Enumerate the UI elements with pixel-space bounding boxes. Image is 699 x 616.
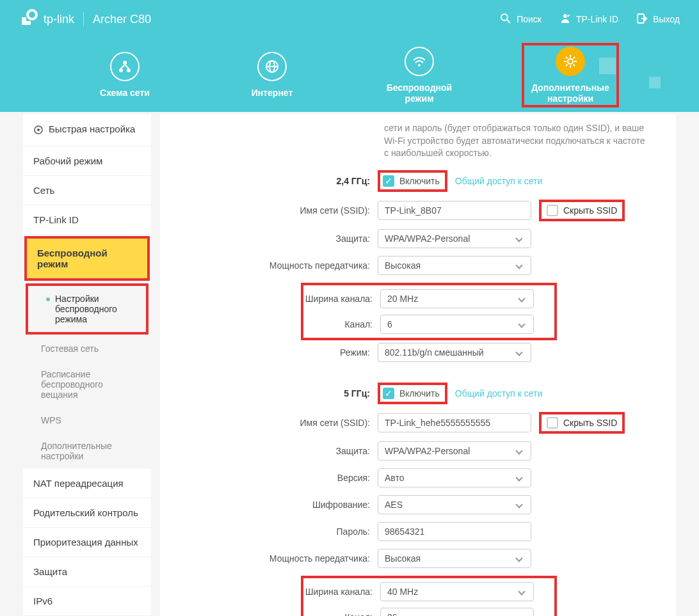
- logout-icon: [636, 13, 648, 26]
- chevron-down-icon: [518, 320, 525, 328]
- sidebar-item-wireless[interactable]: Беспроводной режим: [27, 239, 147, 278]
- svg-rect-2: [22, 21, 31, 25]
- label-5-channel: Канал:: [303, 612, 380, 616]
- sidebar-item-ipv6[interactable]: IPv6: [23, 587, 151, 616]
- bullet-icon: [46, 297, 50, 301]
- sidebar-item-nat[interactable]: NAT переадресация: [23, 469, 151, 498]
- input-5-password[interactable]: [378, 522, 531, 541]
- label-24-security: Защита:: [173, 233, 378, 244]
- label-5-txpower: Мощность передатчика:: [173, 553, 378, 564]
- select-24-mode[interactable]: 802.11b/g/n смешанный: [378, 343, 531, 362]
- label-5-ssid: Имя сети (SSID):: [173, 418, 378, 428]
- sidebar: Быстрая настройка Рабочий режим Сеть TP-…: [23, 115, 151, 616]
- logout-link[interactable]: Выход: [636, 13, 680, 26]
- svg-point-8: [123, 61, 127, 65]
- tab-internet[interactable]: Интернет: [227, 52, 317, 99]
- label-24-hide-ssid: Скрыть SSID: [563, 205, 617, 216]
- sidebar-sub-schedule[interactable]: Расписание беспроводного вещания: [23, 361, 151, 407]
- sidebar-sub-guest[interactable]: Гостевая сеть: [23, 336, 151, 361]
- select-5-security[interactable]: WPA/WPA2-Personal: [378, 441, 531, 461]
- select-24-txpower[interactable]: Высокая: [378, 256, 531, 275]
- checkbox-24-enable[interactable]: ✓: [383, 175, 394, 187]
- chevron-down-icon: [518, 295, 525, 302]
- label-24-channel: Канал:: [303, 319, 380, 329]
- svg-point-9: [119, 68, 123, 72]
- chevron-down-icon: [515, 447, 522, 454]
- sidebar-item-network[interactable]: Сеть: [23, 176, 151, 205]
- input-5-ssid[interactable]: [378, 413, 531, 432]
- select-5-channel[interactable]: 36: [380, 608, 534, 616]
- label-5-security: Защита:: [173, 446, 378, 456]
- select-5-txpower[interactable]: Высокая: [378, 549, 531, 568]
- chevron-down-icon: [515, 235, 522, 242]
- label-24-chwidth: Ширина канала:: [303, 294, 380, 304]
- chevron-down-icon: [515, 555, 522, 562]
- sidebar-sub-advanced[interactable]: Дополнительные настройки: [23, 433, 151, 469]
- link-24-share[interactable]: Общий доступ к сети: [455, 176, 543, 186]
- chevron-down-icon: [518, 588, 525, 595]
- label-5-password: Пароль:: [173, 526, 378, 537]
- select-24-chwidth[interactable]: 20 MHz: [380, 289, 534, 308]
- description-text: сети и пароль (будет отображаться только…: [384, 122, 650, 160]
- chevron-down-icon: [515, 474, 522, 481]
- svg-point-0: [28, 10, 36, 19]
- sidebar-item-parental[interactable]: Родительский контроль: [23, 498, 151, 528]
- wifi-icon: [405, 47, 434, 76]
- checkbox-24-hide-ssid[interactable]: [547, 205, 558, 216]
- search-icon: [500, 13, 511, 26]
- svg-point-3: [501, 14, 508, 20]
- network-map-icon: [110, 52, 140, 81]
- content-panel: сети и пароль (будет отображаться только…: [160, 115, 676, 616]
- select-5-version[interactable]: Авто: [378, 468, 531, 487]
- link-5-share[interactable]: Общий доступ к сети: [455, 388, 543, 399]
- nav-tabs: Схема сети Интернет Беспроводной режим Д…: [0, 38, 699, 112]
- svg-point-17: [37, 129, 40, 131]
- tplink-logo-icon: [19, 8, 38, 31]
- tplink-id-link[interactable]: TP-Link ID: [559, 13, 618, 26]
- label-24-enable: Включить: [399, 176, 440, 186]
- chevron-down-icon: [515, 262, 522, 269]
- sidebar-item-quick-setup[interactable]: Быстрая настройка: [23, 115, 151, 146]
- svg-point-10: [127, 68, 131, 72]
- sidebar-sub-wireless-settings[interactable]: Настройки беспроводного режима: [28, 286, 146, 332]
- tab-advanced[interactable]: Дополнительные настройки: [526, 47, 615, 104]
- sidebar-item-workmode[interactable]: Рабочий режим: [23, 146, 151, 176]
- label-5-encryption: Шифрование:: [173, 500, 378, 510]
- label-5ghz: 5 ГГц:: [173, 388, 378, 399]
- tab-wireless[interactable]: Беспроводной режим: [374, 47, 464, 104]
- label-5-chwidth: Ширина канала:: [303, 587, 380, 597]
- gear-icon: [556, 47, 585, 76]
- sidebar-item-security[interactable]: Защита: [23, 557, 151, 587]
- svg-point-14: [418, 64, 421, 67]
- globe-icon: [257, 52, 287, 81]
- select-24-security[interactable]: WPA/WPA2-Personal: [378, 229, 531, 248]
- topbar: tp-link Archer C80 Поиск TP-Link ID Выхо…: [0, 0, 699, 38]
- chevron-down-icon: [518, 613, 525, 616]
- chevron-down-icon: [515, 501, 522, 508]
- header: tp-link Archer C80 Поиск TP-Link ID Выхо…: [0, 0, 699, 112]
- label-5-hide-ssid: Скрыть SSID: [563, 418, 617, 428]
- search-link[interactable]: Поиск: [500, 13, 542, 26]
- sidebar-item-tplink-id[interactable]: TP-Link ID: [23, 205, 151, 235]
- svg-line-4: [507, 20, 510, 23]
- svg-point-5: [563, 14, 567, 18]
- select-5-chwidth[interactable]: 40 MHz: [380, 582, 534, 601]
- select-24-channel[interactable]: 6: [380, 315, 534, 334]
- checkbox-5-hide-ssid[interactable]: [547, 417, 558, 429]
- sidebar-sub-wps[interactable]: WPS: [23, 407, 151, 433]
- label-5-version: Версия:: [173, 473, 378, 483]
- svg-point-15: [568, 59, 573, 64]
- label-5-enable: Включить: [399, 388, 440, 399]
- target-icon: [33, 125, 44, 137]
- brand-logo: tp-link: [19, 8, 74, 31]
- brand-text: tp-link: [44, 13, 74, 26]
- input-24-ssid[interactable]: [378, 201, 531, 220]
- body-area: Быстрая настройка Рабочий режим Сеть TP-…: [0, 112, 699, 616]
- checkbox-5-enable[interactable]: ✓: [383, 388, 394, 399]
- select-5-encryption[interactable]: AES: [378, 495, 531, 514]
- user-icon: [559, 13, 571, 26]
- label-24-txpower: Мощность передатчика:: [173, 260, 378, 271]
- tab-network-map[interactable]: Схема сети: [80, 52, 170, 99]
- sidebar-item-qos[interactable]: Приоритезация данных: [23, 528, 151, 557]
- model-name: Archer C80: [93, 13, 151, 26]
